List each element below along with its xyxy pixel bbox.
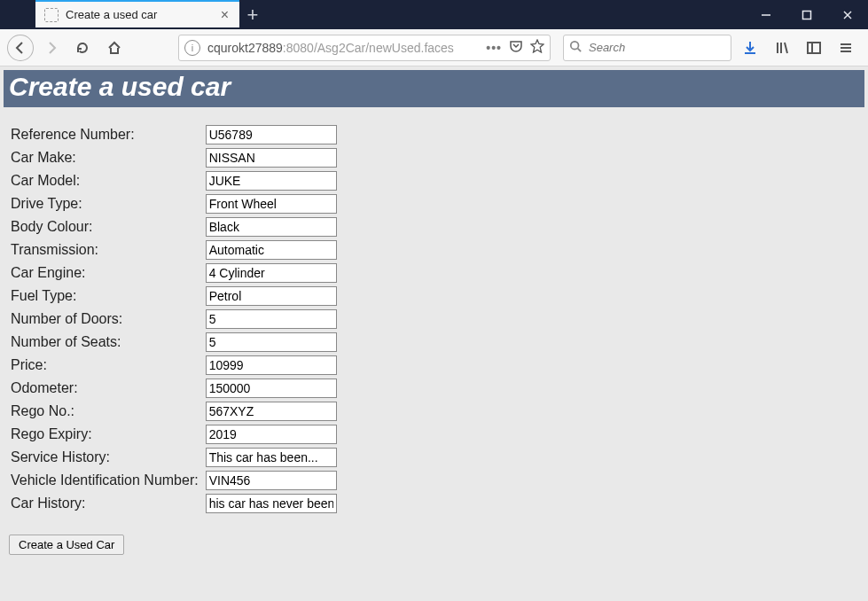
label-vin: Vehicle Identification Number: [9, 469, 204, 492]
input-price[interactable] [206, 355, 337, 375]
label-fuel-type: Fuel Type: [9, 285, 204, 308]
input-drive-type[interactable] [206, 194, 337, 214]
label-num-doors: Number of Doors: [9, 308, 204, 331]
input-car-make[interactable] [206, 148, 337, 168]
toolbar-right [735, 34, 861, 62]
form-table: Reference Number: Car Make: Car Model: D… [9, 123, 340, 515]
new-tab-button[interactable]: + [239, 0, 266, 29]
url-path: /Asg2Car/newUsed.faces [314, 41, 454, 55]
input-rego-no[interactable] [206, 402, 337, 421]
create-used-car-button[interactable] [9, 535, 124, 555]
label-num-seats: Number of Seats: [9, 331, 204, 354]
label-drive-type: Drive Type: [9, 192, 204, 215]
input-vin[interactable] [206, 471, 337, 490]
tab-strip: Create a used car × + [0, 0, 266, 29]
row-reference-number: Reference Number: [9, 123, 340, 146]
window-controls [746, 0, 868, 29]
input-reference-number[interactable] [206, 125, 337, 144]
input-rego-expiry[interactable] [206, 425, 337, 444]
site-info-icon[interactable]: i [184, 40, 200, 56]
svg-line-5 [578, 48, 582, 51]
label-reference-number: Reference Number: [9, 123, 204, 146]
tab-title: Create a used car [66, 8, 217, 21]
row-fuel-type: Fuel Type: [9, 285, 340, 308]
row-car-model: Car Model: [9, 169, 340, 192]
svg-rect-1 [803, 11, 811, 19]
window-close-button[interactable] [827, 0, 868, 29]
label-rego-expiry: Rego Expiry: [9, 423, 204, 446]
nav-home-button[interactable] [100, 34, 129, 62]
input-car-model[interactable] [206, 171, 337, 191]
search-input[interactable] [587, 40, 725, 55]
url-port: :8080 [283, 41, 314, 55]
bookmark-star-icon[interactable] [530, 39, 544, 56]
search-icon [569, 40, 582, 56]
downloads-icon[interactable] [735, 34, 765, 62]
row-transmission: Transmission: [9, 238, 340, 261]
browser-titlebar: Create a used car × + [0, 0, 868, 29]
row-car-engine: Car Engine: [9, 261, 340, 285]
nav-forward-button[interactable] [37, 34, 66, 62]
row-odometer: Odometer: [9, 377, 340, 400]
input-fuel-type[interactable] [206, 286, 337, 306]
row-price: Price: [9, 354, 340, 377]
row-num-seats: Number of Seats: [9, 331, 340, 354]
input-odometer[interactable] [206, 379, 337, 398]
label-price: Price: [9, 354, 204, 377]
row-num-doors: Number of Doors: [9, 308, 340, 331]
nav-back-button[interactable] [7, 35, 34, 61]
browser-toolbar: i cqurokt27889:8080/Asg2Car/newUsed.face… [0, 29, 868, 66]
row-rego-no: Rego No.: [9, 400, 340, 423]
pocket-icon[interactable] [509, 39, 523, 56]
sidebar-toggle-icon[interactable] [799, 34, 829, 62]
search-bar[interactable] [563, 35, 731, 61]
svg-rect-10 [808, 43, 820, 53]
url-bar[interactable]: i cqurokt27889:8080/Asg2Car/newUsed.face… [178, 35, 551, 61]
input-service-history[interactable] [206, 448, 337, 467]
tab-close-icon[interactable]: × [217, 6, 232, 24]
row-rego-expiry: Rego Expiry: [9, 423, 340, 446]
input-num-seats[interactable] [206, 332, 337, 352]
label-rego-no: Rego No.: [9, 400, 204, 423]
label-car-model: Car Model: [9, 169, 204, 192]
label-body-colour: Body Colour: [9, 215, 204, 238]
label-car-make: Car Make: [9, 146, 204, 169]
label-car-history: Car History: [9, 492, 204, 515]
page-title: Create a used car [4, 70, 864, 107]
svg-point-4 [571, 41, 579, 49]
browser-tab-active[interactable]: Create a used car × [35, 0, 239, 27]
label-odometer: Odometer: [9, 377, 204, 400]
app-menu-icon[interactable] [831, 34, 861, 62]
label-transmission: Transmission: [9, 238, 204, 261]
page-actions-icon[interactable]: ••• [486, 41, 502, 55]
window-minimize-button[interactable] [746, 0, 786, 29]
tab-favicon-icon [44, 8, 59, 22]
input-num-doors[interactable] [206, 309, 337, 329]
input-body-colour[interactable] [206, 217, 337, 237]
url-text: cqurokt27889:8080/Asg2Car/newUsed.faces [207, 41, 486, 55]
page-content: Create a used car Reference Number: Car … [0, 66, 868, 601]
svg-line-9 [785, 43, 787, 53]
row-vin: Vehicle Identification Number: [9, 469, 340, 492]
label-service-history: Service History: [9, 446, 204, 469]
input-transmission[interactable] [206, 240, 337, 260]
input-car-history[interactable] [206, 494, 337, 513]
row-car-make: Car Make: [9, 146, 340, 169]
window-maximize-button[interactable] [786, 0, 827, 29]
library-icon[interactable] [767, 34, 797, 62]
nav-reload-button[interactable] [69, 34, 98, 62]
input-car-engine[interactable] [206, 263, 337, 283]
label-car-engine: Car Engine: [9, 261, 204, 285]
url-host: cqurokt27889 [207, 41, 283, 55]
row-drive-type: Drive Type: [9, 192, 340, 215]
row-car-history: Car History: [9, 492, 340, 515]
row-body-colour: Body Colour: [9, 215, 340, 238]
row-service-history: Service History: [9, 446, 340, 469]
